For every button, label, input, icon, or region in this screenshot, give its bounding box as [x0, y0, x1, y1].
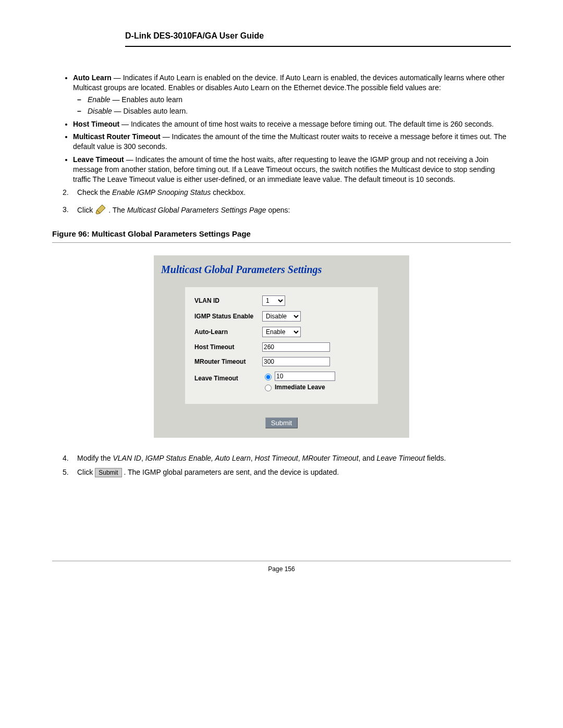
field-descriptions-list: Auto Learn — Indicates if Auto Learn is … — [52, 73, 511, 184]
vlan-id-row: VLAN ID 1 — [194, 295, 369, 306]
mrouter-timeout-row: MRouter Timeout — [194, 357, 369, 366]
auto-learn-item: Auto Learn — Indicates if Auto Learn is … — [73, 73, 511, 116]
step-4-sep2: , — [251, 454, 255, 462]
step-2: 2. Check the Enable IGMP Snooping Status… — [63, 188, 511, 198]
igmp-status-label: IGMP Status Enable — [194, 313, 262, 320]
step-4-sep3: , — [298, 454, 302, 462]
auto-learn-select[interactable]: Enable — [262, 327, 301, 337]
disable-term: Disable — [88, 107, 112, 115]
settings-form: VLAN ID 1 IGMP Status Enable Disable Aut… — [185, 287, 378, 404]
settings-panel: Multicast Global Parameters Settings VLA… — [154, 255, 409, 438]
step-3-text-b: . The — [108, 206, 127, 214]
leave-timeout-item: Leave Timeout — Indicates the amount of … — [73, 155, 511, 184]
step-3-number: 3. — [63, 205, 69, 215]
page-header: D-Link DES-3010FA/GA User Guide — [125, 31, 511, 47]
auto-learn-desc: — Indicates if Auto Learn is enabled on … — [73, 73, 505, 92]
figure-caption: Figure 96: Multicast Global Parameters S… — [52, 229, 511, 243]
step-4-f3: Host Timeout — [255, 454, 298, 462]
host-timeout-label: Host Timeout — [194, 343, 262, 351]
step-5-text-a: Click — [77, 468, 95, 476]
auto-learn-row: Auto-Learn Enable — [194, 327, 369, 337]
enable-term: Enable — [88, 95, 111, 104]
steps-list-lower: 4. Modify the VLAN ID, IGMP Status Enabl… — [52, 453, 511, 477]
step-2-number: 2. — [63, 188, 69, 198]
step-4-f1: VLAN ID — [113, 454, 141, 462]
enable-value: Enable — Enables auto learn — [88, 95, 511, 105]
panel-title: Multicast Global Parameters Settings — [154, 255, 409, 281]
mrouter-timeout-input[interactable] — [262, 357, 330, 366]
mrouter-timeout-item: Multicast Router Timeout — Indicates the… — [73, 132, 511, 152]
submit-button[interactable]: Submit — [265, 417, 298, 428]
host-timeout-row: Host Timeout — [194, 342, 369, 352]
disable-value: Disable — Disables auto learn. — [88, 106, 511, 116]
leave-timeout-row: Leave Timeout Immediate Leave — [194, 372, 369, 393]
igmp-status-select[interactable]: Disable — [262, 311, 301, 322]
step-3: 3. Click . The Multicast Global Paramete… — [63, 205, 511, 217]
host-timeout-desc: — Indicates the amount of time host wait… — [119, 120, 494, 128]
step-3-text-a: Click — [77, 206, 95, 214]
step-4-sep4: , and — [359, 454, 377, 462]
immediate-leave-label: Immediate Leave — [275, 384, 325, 391]
leave-timeout-input[interactable] — [275, 372, 335, 381]
igmp-status-row: IGMP Status Enable Disable — [194, 311, 369, 322]
leave-timeout-label: Leave Timeout — [194, 372, 262, 382]
host-timeout-term: Host Timeout — [73, 120, 119, 128]
enable-desc: — Enables auto learn — [111, 95, 183, 104]
step-2-checkbox-name: Enable IGMP Snooping Status — [112, 188, 211, 196]
step-5: 5. Click Submit . The IGMP global parame… — [63, 467, 511, 477]
page-footer: Page 156 — [52, 561, 511, 573]
host-timeout-input[interactable] — [262, 342, 330, 352]
steps-list-upper: 2. Check the Enable IGMP Snooping Status… — [52, 188, 511, 217]
disable-desc: — Disables auto learn. — [112, 107, 188, 115]
leave-timeout-radio-immediate[interactable] — [265, 385, 272, 391]
step-4-sep1: , — [141, 454, 145, 462]
step-4-number: 4. — [63, 453, 69, 463]
step-4: 4. Modify the VLAN ID, IGMP Status Enabl… — [63, 453, 511, 463]
host-timeout-item: Host Timeout — Indicates the amount of t… — [73, 119, 511, 129]
step-4-text-end: fields. — [425, 454, 446, 462]
inline-submit-icon: Submit — [95, 468, 121, 477]
leave-timeout-radio-value[interactable] — [265, 374, 272, 380]
auto-learn-label: Auto-Learn — [194, 328, 262, 336]
step-3-page-name: Multicast Global Parameters Settings Pag… — [127, 206, 266, 214]
pencil-edit-icon — [95, 205, 106, 217]
step-3-text-d: opens: — [266, 206, 290, 214]
step-5-number: 5. — [63, 467, 69, 477]
step-4-f4: MRouter Timeout — [302, 454, 359, 462]
leave-term: Leave Timeout — [73, 155, 124, 164]
auto-learn-values: Enable — Enables auto learn Disable — Di… — [73, 95, 511, 116]
step-4-f5: Leave Timeout — [377, 454, 425, 462]
step-4-text-a: Modify the — [77, 454, 113, 462]
mrouter-timeout-label: MRouter Timeout — [194, 358, 262, 365]
vlan-id-label: VLAN ID — [194, 297, 262, 304]
step-2-text-c: checkbox. — [211, 188, 246, 196]
auto-learn-term: Auto Learn — [73, 73, 112, 82]
vlan-id-select[interactable]: 1 — [262, 295, 285, 306]
step-2-text-a: Check the — [77, 188, 112, 196]
leave-desc: — Indicates the amount of time the host … — [73, 155, 495, 183]
step-4-f2: IGMP Status Enable, Auto Learn — [145, 454, 251, 462]
mrouter-term: Multicast Router Timeout — [73, 132, 161, 141]
step-5-text-b: . The IGMP global parameters are sent, a… — [124, 468, 339, 476]
svg-marker-0 — [96, 205, 105, 214]
